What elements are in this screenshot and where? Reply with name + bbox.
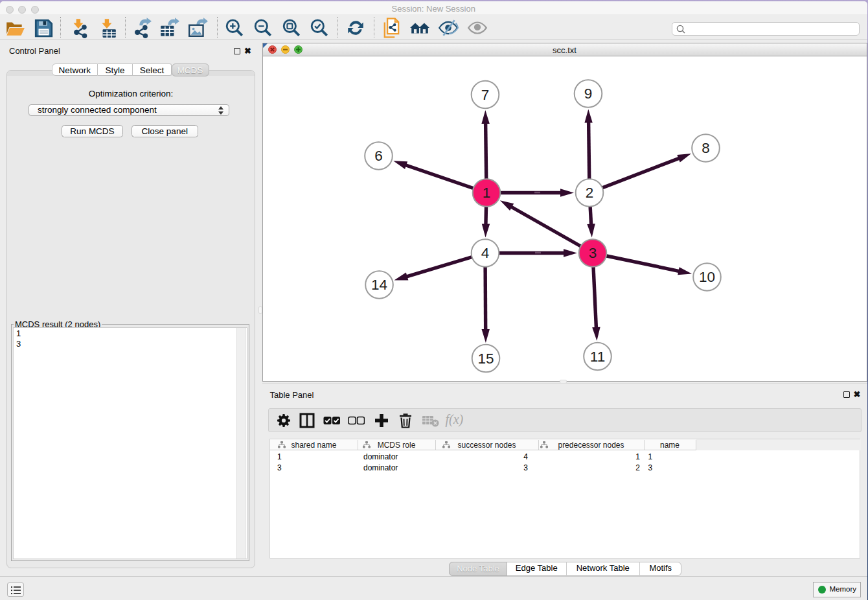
svg-text:7: 7 <box>481 86 489 102</box>
svg-text:11: 11 <box>589 348 604 364</box>
svg-text:10: 10 <box>698 269 714 285</box>
svg-text:4: 4 <box>481 245 489 261</box>
svg-text:1: 1 <box>482 185 490 201</box>
svg-text:8: 8 <box>702 140 710 156</box>
svg-text:3: 3 <box>588 245 597 261</box>
svg-text:14: 14 <box>371 277 387 293</box>
svg-text:6: 6 <box>374 148 383 164</box>
svg-text:2: 2 <box>585 185 593 201</box>
svg-text:9: 9 <box>584 86 592 102</box>
svg-text:15: 15 <box>477 350 494 366</box>
